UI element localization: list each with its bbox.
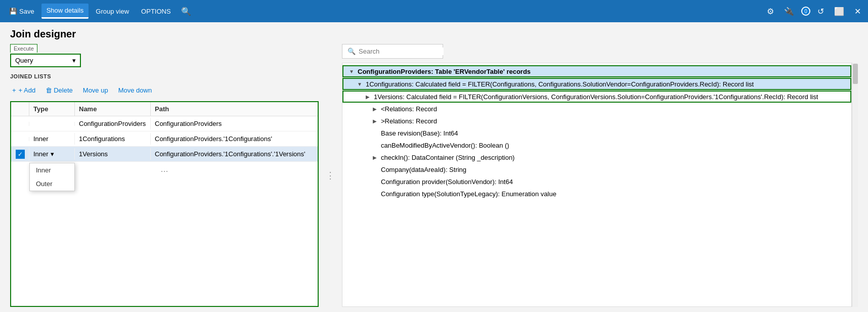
page-title: Join designer bbox=[0, 22, 868, 44]
restore-icon[interactable]: ⬜ bbox=[831, 5, 847, 18]
settings-icon[interactable]: ⚙ bbox=[764, 5, 777, 18]
tree-node-3[interactable]: ▶ <Relations: Record bbox=[342, 103, 851, 115]
row3-name: 1Versions bbox=[75, 148, 151, 160]
expand-icon-3[interactable]: ▶ bbox=[371, 106, 379, 112]
type-value: Inner bbox=[33, 150, 49, 158]
trash-icon: 🗑 bbox=[46, 86, 52, 94]
plus-icon: + bbox=[12, 86, 16, 94]
row1-check bbox=[11, 122, 29, 126]
node-text-1: 1Configurations: Calculated field = FILT… bbox=[364, 80, 850, 88]
node-text-8: Company(dataAreaId): String bbox=[379, 166, 851, 173]
node-text-2: 1Versions: Calculated field = FILTER(Con… bbox=[372, 93, 850, 101]
toolbar: 💾 Save Show details Group view OPTIONS 🔍… bbox=[0, 0, 868, 22]
execute-value: Query bbox=[15, 57, 33, 64]
tree-node-8[interactable]: Company(dataAreaId): String bbox=[342, 163, 851, 175]
tree-node-10[interactable]: Configuration type(SolutionTypeLegacy): … bbox=[342, 188, 851, 200]
close-icon[interactable]: ✕ bbox=[851, 5, 864, 18]
search-toolbar-button[interactable]: 🔍 bbox=[178, 5, 194, 18]
tree-node-6[interactable]: canBeModifiedByActiveVendor(): Boolean (… bbox=[342, 139, 851, 151]
add-button[interactable]: + + Add bbox=[10, 85, 37, 95]
right-panel: 🔍 ▼ ConfigurationProviders: Table 'ERVen… bbox=[342, 44, 858, 307]
left-panel: Execute Query ▾ JOINED LISTS + + Add 🗑 D… bbox=[10, 44, 319, 307]
table-header: Type Name Path bbox=[11, 102, 318, 116]
row3-path: ConfigurationProviders.'1Configurations'… bbox=[151, 148, 318, 160]
notification-badge[interactable]: 0 bbox=[801, 7, 810, 16]
tree-node-1[interactable]: ▼ 1Configurations: Calculated field = FI… bbox=[342, 78, 851, 90]
node-text-9: Configuration provider(SolutionVendor): … bbox=[379, 178, 851, 186]
right-inner: ▼ ConfigurationProviders: Table 'ERVendo… bbox=[342, 63, 858, 307]
table-toolbar: + + Add 🗑 Delete Move up Move down bbox=[10, 83, 319, 97]
node-text-6: canBeModifiedByActiveVendor(): Boolean (… bbox=[379, 142, 851, 149]
check-mark: ✓ bbox=[16, 150, 25, 159]
toolbar-right: ⚙ 🔌 0 ↺ ⬜ ✕ bbox=[764, 5, 864, 18]
row2-path: ConfigurationProviders.'1Configurations' bbox=[151, 133, 318, 145]
col-header-type: Type bbox=[29, 102, 75, 116]
content-area: Execute Query ▾ JOINED LISTS + + Add 🗑 D… bbox=[0, 44, 868, 312]
execute-label: Execute bbox=[10, 44, 37, 53]
dropdown-inner[interactable]: Inner bbox=[30, 163, 74, 177]
table-row[interactable]: ConfigurationProviders ConfigurationProv… bbox=[11, 116, 318, 131]
search-input[interactable] bbox=[359, 48, 444, 55]
row1-name: ConfigurationProviders bbox=[75, 118, 151, 129]
main-content: Join designer Execute Query ▾ JOINED LIS… bbox=[0, 22, 868, 312]
group-view-button[interactable]: Group view bbox=[91, 5, 134, 18]
row3-check: ✓ bbox=[11, 148, 29, 161]
node-text-5: Base revision(Base): Int64 bbox=[379, 129, 851, 137]
row2-name: 1Configurations bbox=[75, 133, 151, 145]
search-icon: 🔍 bbox=[348, 48, 356, 55]
extension-icon[interactable]: 🔌 bbox=[781, 5, 797, 18]
row2-type: Inner bbox=[29, 133, 75, 145]
execute-section: Execute Query ▾ bbox=[10, 44, 319, 67]
col-header-path: Path bbox=[151, 102, 318, 116]
move-up-button[interactable]: Move up bbox=[81, 85, 110, 95]
expand-icon-4[interactable]: ▶ bbox=[371, 118, 379, 124]
delete-button[interactable]: 🗑 Delete bbox=[44, 85, 75, 95]
row1-type bbox=[29, 122, 75, 126]
tree-container: ▼ ConfigurationProviders: Table 'ERVendo… bbox=[342, 63, 852, 307]
tree-node-9[interactable]: Configuration provider(SolutionVendor): … bbox=[342, 175, 851, 188]
node-text-0: ConfigurationProviders: Table 'ERVendorT… bbox=[356, 68, 850, 75]
row3-type[interactable]: Inner ▾ bbox=[29, 148, 75, 160]
expand-icon-2[interactable]: ▶ bbox=[364, 94, 372, 100]
tree-node-2[interactable]: ▶ 1Versions: Calculated field = FILTER(C… bbox=[342, 91, 851, 103]
chevron-icon: ▾ bbox=[51, 150, 54, 158]
execute-dropdown[interactable]: Query ▾ bbox=[10, 54, 81, 67]
tree-node-0[interactable]: ▼ ConfigurationProviders: Table 'ERVendo… bbox=[342, 65, 851, 77]
save-button[interactable]: 💾 Save bbox=[4, 5, 39, 18]
node-text-4: >Relations: Record bbox=[379, 117, 851, 125]
scrollbar-thumb[interactable] bbox=[853, 64, 858, 84]
move-down-button[interactable]: Move down bbox=[116, 85, 154, 95]
save-icon: 💾 bbox=[9, 8, 17, 15]
search-bar[interactable]: 🔍 bbox=[342, 44, 443, 59]
scrollbar[interactable] bbox=[852, 63, 858, 307]
node-text-7: checkIn(): DataContainer (String _descri… bbox=[379, 154, 851, 161]
table-row[interactable]: Inner 1Configurations ConfigurationProvi… bbox=[11, 131, 318, 147]
refresh-icon[interactable]: ↺ bbox=[814, 5, 827, 18]
options-button[interactable]: OPTIONS bbox=[136, 5, 176, 18]
tree-node-5[interactable]: Base revision(Base): Int64 bbox=[342, 127, 851, 139]
expand-icon-7[interactable]: ▶ bbox=[371, 155, 379, 160]
panel-resizer[interactable]: ⋮ bbox=[327, 44, 334, 307]
col-header-check bbox=[11, 102, 29, 116]
show-details-button[interactable]: Show details bbox=[41, 4, 89, 19]
node-text-3: <Relations: Record bbox=[379, 105, 851, 113]
row1-path: ConfigurationProviders bbox=[151, 118, 318, 129]
row2-check bbox=[11, 137, 29, 141]
chevron-down-icon: ▾ bbox=[72, 57, 76, 64]
node-text-10: Configuration type(SolutionTypeLegacy): … bbox=[379, 190, 851, 198]
table-row-selected[interactable]: ✓ Inner ▾ 1Versions ConfigurationProvide… bbox=[11, 147, 318, 162]
dropdown-outer[interactable]: Outer bbox=[30, 177, 74, 191]
type-dropdown-popup: Inner Outer bbox=[29, 163, 75, 191]
tree-node-4[interactable]: ▶ >Relations: Record bbox=[342, 115, 851, 127]
expand-icon-0[interactable]: ▼ bbox=[348, 69, 356, 74]
expand-icon-1[interactable]: ▼ bbox=[356, 81, 364, 87]
tree-node-7[interactable]: ▶ checkIn(): DataContainer (String _desc… bbox=[342, 151, 851, 163]
joined-lists-label: JOINED LISTS bbox=[10, 73, 319, 79]
col-header-name: Name bbox=[75, 102, 151, 116]
joined-table: Type Name Path ConfigurationProviders Co… bbox=[10, 101, 319, 307]
